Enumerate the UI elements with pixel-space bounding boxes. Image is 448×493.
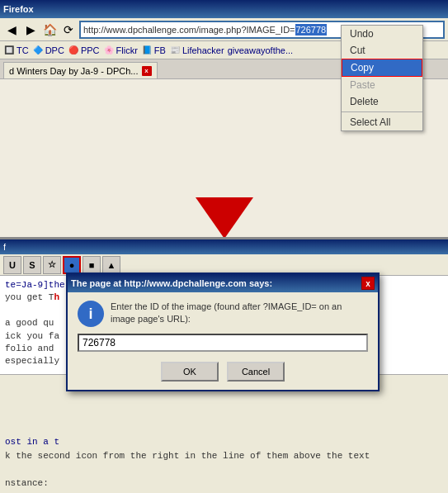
titlebar-text: Firefox: [3, 4, 34, 14]
footer-text: ost in a t k the second icon from the ri…: [0, 432, 448, 493]
context-menu-delete[interactable]: Delete: [342, 93, 422, 110]
editor-line-5: folio and: [5, 344, 54, 353]
dialog-body: i Enter the ID of the image (found after…: [68, 292, 378, 390]
reload-icon[interactable]: ⟳: [60, 21, 77, 38]
toolbar-btn-s[interactable]: S: [23, 256, 41, 274]
forward-icon[interactable]: ▶: [22, 21, 39, 38]
footer-line-2: k the second icon from the right in the …: [5, 451, 370, 461]
dialog-ok-button[interactable]: OK: [161, 362, 219, 382]
flickr-icon: 🌸: [103, 45, 115, 56]
info-icon: i: [78, 301, 104, 327]
browser-tab[interactable]: d Winters Day by Ja-9 - DPCh... x: [3, 62, 158, 78]
context-menu-undo[interactable]: Undo: [342, 26, 422, 42]
dialog-message: Enter the ID of the image (found after ?…: [111, 301, 368, 326]
editor-titlebar: f: [0, 239, 448, 254]
context-menu-paste[interactable]: Paste: [342, 77, 422, 93]
tab-close-button[interactable]: x: [142, 66, 152, 76]
footer-line-1: ost in a t: [5, 437, 59, 447]
dialog-close-button[interactable]: x: [361, 277, 375, 290]
down-arrow-container: [196, 197, 253, 239]
dpc-icon: 🔷: [32, 45, 44, 56]
context-menu: Undo Cut Copy Paste Delete Select All: [341, 25, 423, 131]
dialog-title-text: The page at http://www.dpchallenge.com s…: [71, 278, 272, 288]
back-icon[interactable]: ◀: [3, 21, 20, 38]
toolbar-btn-star[interactable]: ☆: [43, 256, 61, 274]
context-menu-cut[interactable]: Cut: [342, 42, 422, 59]
bookmark-flickr[interactable]: 🌸Flickr: [103, 45, 138, 56]
dialog-header-row: i Enter the ID of the image (found after…: [78, 301, 368, 327]
toolbar-btn-triangle[interactable]: ▲: [102, 256, 120, 274]
titlebar: Firefox: [0, 0, 448, 18]
footer-line-3: nstance:: [5, 478, 49, 488]
dialog-input-field[interactable]: [78, 334, 368, 352]
bookmark-dpc[interactable]: 🔷DPC: [32, 45, 64, 56]
home-icon[interactable]: 🏠: [41, 21, 58, 38]
context-menu-separator: [342, 111, 422, 112]
editor-title-text: f: [3, 242, 6, 252]
tab-label: d Winters Day by Ja-9 - DPCh...: [9, 66, 139, 76]
dialog-cancel-button[interactable]: Cancel: [227, 362, 285, 382]
editor-line-6: especially: [5, 356, 59, 366]
lh-icon: 📰: [169, 45, 181, 56]
dialog-box: The page at http://www.dpchallenge.com s…: [66, 273, 380, 391]
editor-line-2: you get Th: [5, 292, 59, 302]
tc-icon: 🔲: [3, 45, 15, 56]
toolbar-btn-u[interactable]: U: [3, 256, 21, 274]
dialog-overlay: The page at http://www.dpchallenge.com s…: [66, 273, 380, 391]
bookmark-tc[interactable]: 🔲TC: [3, 45, 29, 56]
browser-bottom-section: f U S ☆ ● ■ ▲ te=Ja-9]the is one thread …: [0, 239, 448, 493]
editor-line-3: a good qu: [5, 318, 54, 328]
bookmark-lifehacker[interactable]: 📰Lifehacker: [169, 45, 224, 56]
fb-icon: 📘: [141, 45, 153, 56]
toolbar-btn-square[interactable]: ■: [83, 256, 101, 274]
dialog-buttons: OK Cancel: [78, 362, 368, 382]
toolbar-btn-image[interactable]: ●: [63, 256, 81, 274]
context-menu-copy[interactable]: Copy: [342, 59, 422, 77]
bookmark-ppc[interactable]: 🔴PPC: [68, 45, 100, 56]
address-text: http://www.dpchallenge.com/image.php?IMA…: [83, 25, 295, 35]
editor-line-4: ick you fa: [5, 331, 59, 341]
address-highlight: 726778: [295, 24, 328, 36]
down-arrow-icon: [196, 197, 253, 239]
context-menu-select-all[interactable]: Select All: [342, 114, 422, 130]
dialog-titlebar: The page at http://www.dpchallenge.com s…: [68, 274, 378, 292]
bookmark-fb[interactable]: 📘FB: [141, 45, 166, 56]
bookmark-giveaway[interactable]: giveawayofthe...: [228, 45, 294, 55]
ppc-icon: 🔴: [68, 45, 79, 56]
browser-top-section: Firefox ◀ ▶ 🏠 ⟳ http://www.dpchallenge.c…: [0, 0, 448, 239]
